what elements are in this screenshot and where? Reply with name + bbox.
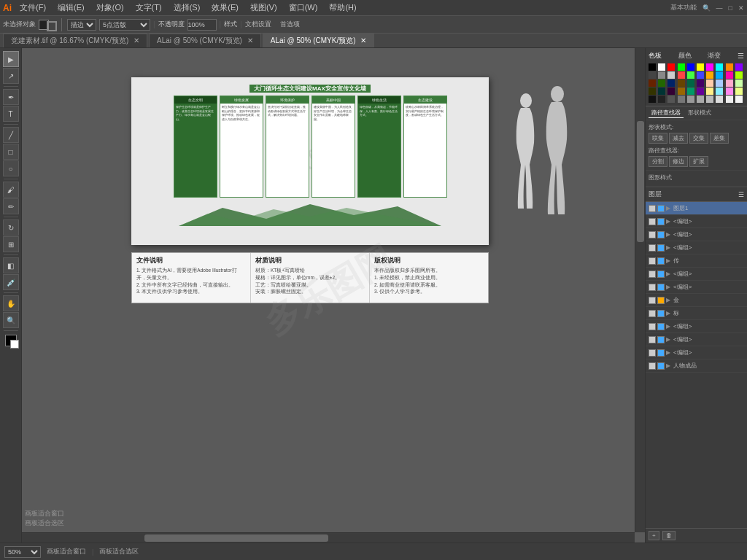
layer-item[interactable]: ▶ 金 [646, 294, 747, 307]
layer-expand-icon[interactable]: ▶ [666, 271, 672, 277]
color-swatch[interactable] [667, 96, 675, 103]
layer-expand-icon[interactable]: ▶ [666, 297, 672, 303]
color-swatch[interactable] [649, 79, 656, 87]
menu-window[interactable]: 窗口(W) [287, 2, 320, 13]
color-tab-swatches[interactable]: 色板 [649, 51, 662, 61]
color-swatch[interactable] [726, 79, 733, 87]
color-swatch[interactable] [649, 96, 656, 103]
layer-item[interactable]: ▶ <编组> [646, 333, 747, 346]
color-swatch[interactable] [716, 63, 723, 71]
first-page-btn[interactable]: 首选项 [280, 20, 300, 29]
color-swatch[interactable] [706, 88, 713, 95]
color-swatch[interactable] [735, 63, 743, 71]
opacity-input[interactable] [187, 19, 217, 31]
layer-item[interactable]: ▶ 标 [646, 307, 747, 320]
tab-3-close[interactable]: ✕ [360, 36, 366, 44]
stroke-width[interactable]: 5点活版 [99, 19, 150, 31]
color-swatch[interactable] [706, 96, 713, 103]
color-swatch[interactable] [726, 63, 733, 71]
exclude-btn[interactable]: 差集 [710, 133, 729, 144]
layer-expand-icon[interactable]: ▶ [666, 323, 672, 330]
color-swatch[interactable] [658, 88, 665, 95]
minus-btn[interactable]: 减去 [669, 133, 688, 144]
color-swatch[interactable] [687, 79, 694, 87]
tab-3[interactable]: ALai @ 50% (CMYK/预览) ✕ [263, 34, 375, 47]
layer-visibility-toggle[interactable] [649, 218, 656, 225]
color-swatch[interactable] [687, 63, 694, 71]
menu-text[interactable]: 文字(T) [133, 2, 164, 13]
color-swatch[interactable] [667, 79, 675, 87]
expand-btn[interactable]: 扩展 [689, 156, 708, 167]
color-swatch[interactable] [716, 71, 723, 79]
line-tool[interactable]: ╱ [3, 127, 19, 143]
layer-expand-icon[interactable]: ▶ [666, 231, 672, 238]
layer-expand-icon[interactable]: ▶ [666, 218, 672, 225]
layer-visibility-toggle[interactable] [649, 244, 656, 252]
layers-menu-btn[interactable]: ☰ [738, 191, 744, 198]
doc-settings-btn[interactable]: 文档设置 [245, 20, 271, 29]
color-swatch[interactable] [697, 79, 704, 87]
color-swatch[interactable] [678, 71, 685, 79]
color-swatch[interactable] [649, 88, 656, 95]
color-swatch[interactable] [678, 79, 685, 87]
layer-item[interactable]: ▶ <编组> [646, 215, 747, 228]
pen-tool[interactable]: ✒ [3, 89, 19, 105]
tab-1-close[interactable]: ✕ [133, 36, 139, 44]
vertical-scrollbar[interactable] [635, 48, 645, 532]
color-swatch[interactable] [697, 96, 704, 103]
divide-btn[interactable]: 分割 [649, 156, 667, 167]
intersect-btn[interactable]: 交集 [689, 133, 708, 144]
type-tool[interactable]: T [3, 106, 19, 122]
close-btn[interactable]: ✕ [738, 4, 744, 12]
pencil-tool[interactable]: ✏ [3, 198, 19, 214]
layer-item[interactable]: ▶ <编组> [646, 346, 747, 359]
layer-visibility-toggle[interactable] [649, 271, 656, 278]
search-icon[interactable]: 🔍 [703, 4, 711, 12]
layer-expand-icon[interactable]: ▶ [666, 284, 672, 290]
layer-visibility-toggle[interactable] [649, 297, 656, 304]
paint-brush-tool[interactable]: 🖌 [3, 182, 19, 198]
layer-visibility-toggle[interactable] [649, 323, 656, 330]
gradient-tool[interactable]: ◧ [3, 257, 19, 273]
color-swatch[interactable] [706, 79, 713, 87]
layer-item[interactable]: ▶ <编组> [646, 320, 747, 333]
color-swatch[interactable] [726, 88, 733, 95]
color-swatch[interactable] [706, 63, 713, 71]
color-swatch[interactable] [658, 79, 665, 87]
color-tab-gradient[interactable]: 渐变 [708, 51, 721, 61]
scale-tool[interactable]: ⊞ [3, 236, 19, 252]
direct-selection-tool[interactable]: ↗ [3, 68, 19, 84]
layer-visibility-toggle[interactable] [649, 310, 656, 317]
layer-item[interactable]: ▶ 图层1 [646, 202, 747, 215]
tab-2[interactable]: ALai @ 50% (CMYK/预览) ✕ [149, 34, 261, 47]
menu-file[interactable]: 文件(F) [18, 2, 48, 13]
layer-visibility-toggle[interactable] [649, 205, 656, 212]
color-swatch[interactable] [678, 88, 685, 95]
color-swatch[interactable] [667, 63, 675, 71]
color-swatch[interactable] [667, 71, 675, 79]
horizontal-scrollbar-thumb[interactable] [144, 534, 328, 542]
color-swatch[interactable] [658, 71, 665, 79]
color-swatch[interactable] [649, 63, 656, 71]
hand-tool[interactable]: ✋ [3, 295, 19, 311]
color-swatch[interactable] [735, 71, 743, 79]
eyedropper-tool[interactable]: 💉 [3, 274, 19, 290]
color-tab-color[interactable]: 颜色 [678, 51, 692, 61]
layer-item[interactable]: ▶ <编组> [646, 228, 747, 241]
appearance-tab[interactable]: 形状模式 [685, 108, 714, 118]
menu-help[interactable]: 帮助(H) [327, 2, 358, 13]
trim-btn[interactable]: 修边 [669, 156, 688, 167]
stroke-display[interactable] [10, 340, 19, 349]
ellipse-tool[interactable]: ○ [3, 160, 19, 176]
rect-tool[interactable]: □ [3, 144, 19, 160]
menu-edit[interactable]: 编辑(E) [55, 2, 87, 13]
color-swatch[interactable] [687, 88, 694, 95]
color-swatch[interactable] [649, 71, 656, 79]
fill-display[interactable] [5, 335, 17, 346]
layer-visibility-toggle[interactable] [649, 336, 656, 343]
layer-expand-icon[interactable]: ▶ [666, 362, 672, 369]
color-swatch[interactable] [697, 71, 704, 79]
zoom-tool[interactable]: 🔍 [3, 312, 19, 328]
layer-expand-icon[interactable]: ▶ [666, 257, 672, 264]
color-panel-menu[interactable]: ☰ [738, 52, 744, 60]
